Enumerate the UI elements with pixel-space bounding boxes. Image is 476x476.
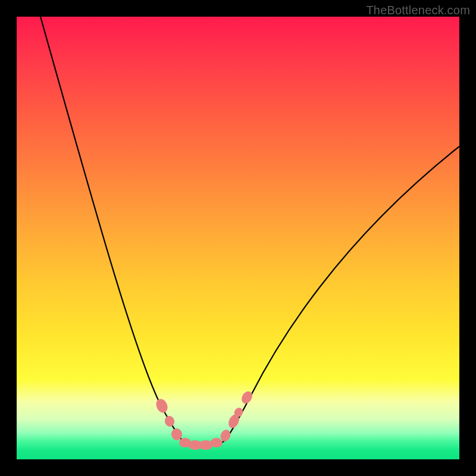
- curve-markers: [154, 389, 255, 450]
- plot-area: [17, 17, 459, 459]
- watermark-text: TheBottleneck.com: [366, 4, 470, 17]
- chart-frame: TheBottleneck.com: [0, 0, 476, 476]
- curve-marker: [163, 415, 176, 428]
- bottleneck-curve-svg: [17, 17, 459, 459]
- bottleneck-curve: [40, 17, 459, 445]
- curve-marker: [154, 397, 170, 414]
